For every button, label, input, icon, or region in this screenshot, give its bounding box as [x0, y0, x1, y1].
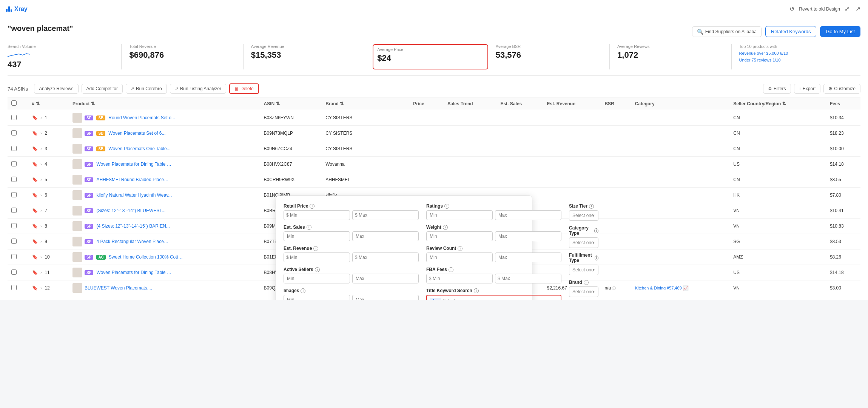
- select-all-checkbox[interactable]: [11, 100, 17, 106]
- images-max-input[interactable]: [352, 295, 419, 300]
- fulfillment-type-info-icon[interactable]: i: [595, 256, 598, 260]
- bookmark-icon[interactable]: 🔖: [32, 192, 38, 198]
- bookmark-icon[interactable]: 🔖: [32, 177, 38, 182]
- analyze-reviews-button[interactable]: Analyze Reviews: [34, 84, 78, 94]
- active-sellers-info-icon[interactable]: i: [315, 267, 320, 272]
- go-my-list-button[interactable]: Go to My List: [820, 26, 860, 37]
- row-checkbox[interactable]: [11, 192, 17, 197]
- tag-close-button[interactable]: ✕: [436, 299, 439, 300]
- title-keyword-info-icon[interactable]: i: [474, 288, 479, 293]
- images-info-icon[interactable]: i: [301, 288, 305, 293]
- fba-fees-info-icon[interactable]: i: [449, 267, 453, 272]
- ratings-max-input[interactable]: [495, 210, 561, 220]
- row-checkbox[interactable]: [11, 146, 17, 151]
- category-link[interactable]: Kitchen & Dining #57,469: [635, 286, 682, 290]
- row-checkbox[interactable]: [11, 115, 17, 120]
- table-row: 🔖 › 1 SPSB Round Woven Placemats Set o..…: [8, 110, 860, 126]
- expand-row-icon[interactable]: ›: [40, 177, 42, 182]
- est-revenue-min-input[interactable]: [284, 252, 350, 262]
- est-sales-max-input[interactable]: [352, 231, 419, 241]
- row-checkbox[interactable]: [11, 161, 17, 166]
- brand-select[interactable]: Select one or more: [569, 286, 598, 297]
- weight-max-input[interactable]: [495, 231, 561, 241]
- size-tier-select[interactable]: Select one or more: [569, 210, 598, 221]
- bookmark-icon[interactable]: 🔖: [32, 146, 38, 151]
- expand-row-icon[interactable]: ›: [40, 285, 42, 291]
- expand-row-icon[interactable]: ›: [40, 270, 42, 275]
- row-checkbox[interactable]: [11, 208, 17, 213]
- bookmark-icon[interactable]: 🔖: [32, 285, 38, 291]
- est-revenue-max-input[interactable]: [352, 252, 419, 262]
- row-checkbox[interactable]: [11, 177, 17, 182]
- bookmark-icon[interactable]: 🔖: [32, 223, 38, 229]
- category-type-info-icon[interactable]: i: [594, 228, 598, 233]
- fulfillment-type-select[interactable]: Select one or more: [569, 265, 598, 275]
- expand-row-icon[interactable]: ›: [40, 131, 42, 136]
- row-checkbox[interactable]: [11, 130, 17, 135]
- export-button[interactable]: ↑ Export: [794, 84, 821, 94]
- review-count-max-input[interactable]: [495, 252, 561, 262]
- filters-button[interactable]: ⚙ Filters: [763, 84, 791, 94]
- brand-info-icon[interactable]: i: [584, 280, 589, 285]
- filter-weight-inputs: [426, 231, 561, 241]
- ratings-info-icon[interactable]: i: [444, 204, 449, 209]
- retail-price-info-icon[interactable]: i: [310, 204, 315, 209]
- est-sales-min-input[interactable]: [284, 231, 350, 241]
- est-sales-info-icon[interactable]: i: [307, 225, 311, 230]
- expand-row-icon[interactable]: ›: [40, 192, 42, 198]
- info-icon[interactable]: ⓘ: [612, 286, 616, 290]
- bookmark-icon[interactable]: 🔖: [32, 208, 38, 213]
- row-checkbox[interactable]: [11, 285, 17, 290]
- weight-info-icon[interactable]: i: [443, 225, 448, 230]
- category-type-select[interactable]: Select one or more: [569, 237, 598, 248]
- bookmark-icon[interactable]: 🔖: [32, 239, 38, 244]
- row-brand-cell: CY SISTERS: [322, 141, 409, 157]
- external-link-button[interactable]: ↗: [854, 4, 862, 14]
- fba-fees-max-input[interactable]: [495, 274, 561, 283]
- active-sellers-max-input[interactable]: [352, 274, 419, 283]
- bookmark-icon[interactable]: 🔖: [32, 162, 38, 167]
- expand-row-icon[interactable]: ›: [40, 254, 42, 260]
- images-min-input[interactable]: [284, 295, 350, 300]
- customize-button[interactable]: ⚙ Customize: [823, 84, 860, 94]
- expand-row-icon[interactable]: ›: [40, 146, 42, 151]
- fulfillment-type-select-wrap: Select one or more: [569, 265, 598, 275]
- product-name: kilofly Natural Water Hyacinth Weav...: [96, 192, 172, 198]
- bookmark-icon[interactable]: 🔖: [32, 254, 38, 260]
- bookmark-icon[interactable]: 🔖: [32, 270, 38, 275]
- find-suppliers-button[interactable]: 🔍 Find Suppliers on Alibaba: [692, 26, 762, 37]
- add-competitor-button[interactable]: Add Competitor: [82, 84, 123, 94]
- related-keywords-button[interactable]: Related Keywords: [765, 26, 817, 37]
- ratings-min-input[interactable]: [426, 210, 493, 220]
- fees-value: $18.23: [830, 131, 844, 136]
- expand-row-icon[interactable]: ›: [40, 223, 42, 229]
- row-checkbox[interactable]: [11, 239, 17, 244]
- run-cerebro-button[interactable]: ↗ Run Cerebro: [126, 84, 167, 94]
- row-checkbox[interactable]: [11, 269, 17, 275]
- fba-fees-min-input[interactable]: [426, 274, 493, 283]
- expand-row-icon[interactable]: ›: [40, 115, 42, 120]
- row-bsr-cell: [601, 249, 631, 265]
- bookmark-icon[interactable]: 🔖: [32, 115, 38, 120]
- retail-price-max-input[interactable]: [352, 210, 419, 220]
- row-checkbox[interactable]: [11, 254, 17, 259]
- expand-button[interactable]: ⤢: [843, 4, 851, 14]
- active-sellers-min-input[interactable]: [284, 274, 350, 283]
- expand-row-icon[interactable]: ›: [40, 208, 42, 213]
- retail-price-min-input[interactable]: [284, 210, 350, 220]
- expand-row-icon[interactable]: ›: [40, 162, 42, 167]
- review-count-info-icon[interactable]: i: [458, 246, 463, 251]
- size-tier-info-icon[interactable]: i: [589, 204, 594, 209]
- row-checkbox[interactable]: [11, 223, 17, 228]
- row-checkbox-cell: [8, 265, 28, 280]
- chart-icon[interactable]: 📈: [683, 285, 689, 291]
- revert-design-button[interactable]: ↺: [788, 4, 796, 14]
- title-keyword-tag-input[interactable]: 6 ✕ Select one or more: [426, 295, 561, 300]
- weight-min-input[interactable]: [426, 231, 493, 241]
- review-count-min-input[interactable]: [426, 252, 493, 262]
- est-revenue-info-icon[interactable]: i: [313, 246, 318, 251]
- run-listing-analyzer-button[interactable]: ↗ Run Listing Analyzer: [170, 84, 226, 94]
- delete-button[interactable]: 🗑 Delete: [229, 83, 259, 94]
- expand-row-icon[interactable]: ›: [40, 239, 42, 244]
- bookmark-icon[interactable]: 🔖: [32, 131, 38, 136]
